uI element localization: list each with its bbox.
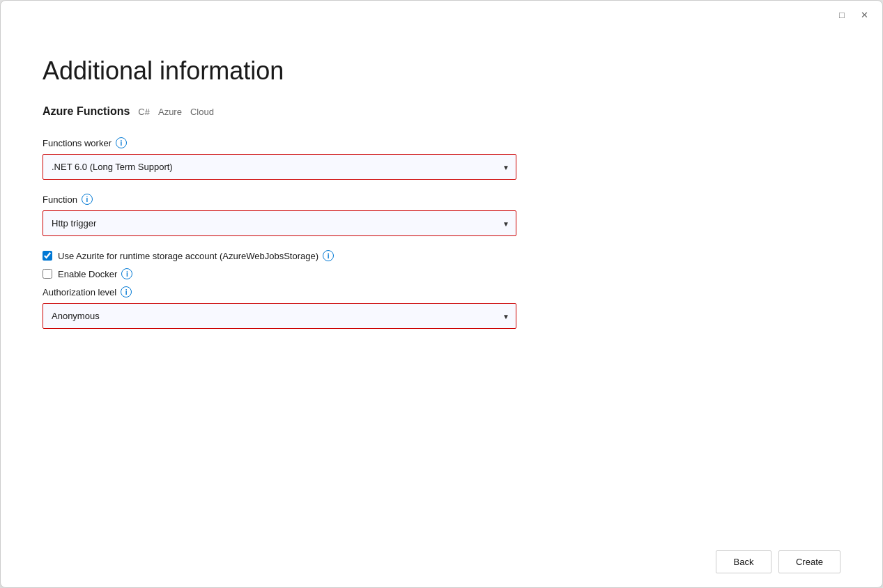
functions-worker-select[interactable]: .NET 6.0 (Long Term Support) .NET 7.0 .N… <box>43 154 516 180</box>
function-label: Function i <box>43 194 544 205</box>
subtitle-row: Azure Functions C# Azure Cloud <box>43 105 840 118</box>
create-button[interactable]: Create <box>778 550 840 573</box>
authorization-level-info-icon[interactable]: i <box>121 286 132 297</box>
authorization-level-group: Authorization level i Anonymous Function… <box>43 286 544 329</box>
authorization-level-label: Authorization level i <box>43 286 544 297</box>
tag-cloud: Cloud <box>190 107 214 117</box>
use-azurite-label: Use Azurite for runtime storage account … <box>58 250 334 261</box>
footer: Back Create <box>1 539 882 587</box>
main-window: □ ✕ Additional information Azure Functio… <box>0 0 883 588</box>
azurite-info-icon[interactable]: i <box>323 250 334 261</box>
functions-worker-label: Functions worker i <box>43 137 544 148</box>
functions-worker-group: Functions worker i .NET 6.0 (Long Term S… <box>43 137 544 180</box>
title-bar: □ ✕ <box>1 1 882 29</box>
content-area: Additional information Azure Functions C… <box>1 29 882 539</box>
enable-docker-label: Enable Docker i <box>58 268 132 279</box>
use-azurite-checkbox[interactable] <box>43 251 52 261</box>
authorization-level-select-wrapper: Anonymous Function Admin ▼ <box>43 303 516 329</box>
close-button[interactable]: ✕ <box>857 8 871 22</box>
functions-worker-info-icon[interactable]: i <box>116 137 127 148</box>
enable-docker-group: Enable Docker i <box>43 268 544 279</box>
function-info-icon[interactable]: i <box>82 194 93 205</box>
docker-info-icon[interactable]: i <box>121 268 132 279</box>
authorization-level-select[interactable]: Anonymous Function Admin <box>43 303 516 329</box>
function-group: Function i Http trigger Timer trigger Qu… <box>43 194 544 236</box>
functions-worker-select-wrapper: .NET 6.0 (Long Term Support) .NET 7.0 .N… <box>43 154 516 180</box>
page-title: Additional information <box>43 56 840 86</box>
enable-docker-checkbox[interactable] <box>43 269 52 279</box>
use-azurite-group: Use Azurite for runtime storage account … <box>43 250 544 261</box>
tag-azure: Azure <box>158 107 182 117</box>
function-select-wrapper: Http trigger Timer trigger Queue trigger… <box>43 210 516 236</box>
subtitle-main: Azure Functions <box>43 105 130 118</box>
maximize-button[interactable]: □ <box>835 8 849 22</box>
back-button[interactable]: Back <box>716 550 771 573</box>
form-area: Functions worker i .NET 6.0 (Long Term S… <box>43 137 544 518</box>
tag-csharp: C# <box>138 107 150 117</box>
function-select[interactable]: Http trigger Timer trigger Queue trigger <box>43 210 516 236</box>
